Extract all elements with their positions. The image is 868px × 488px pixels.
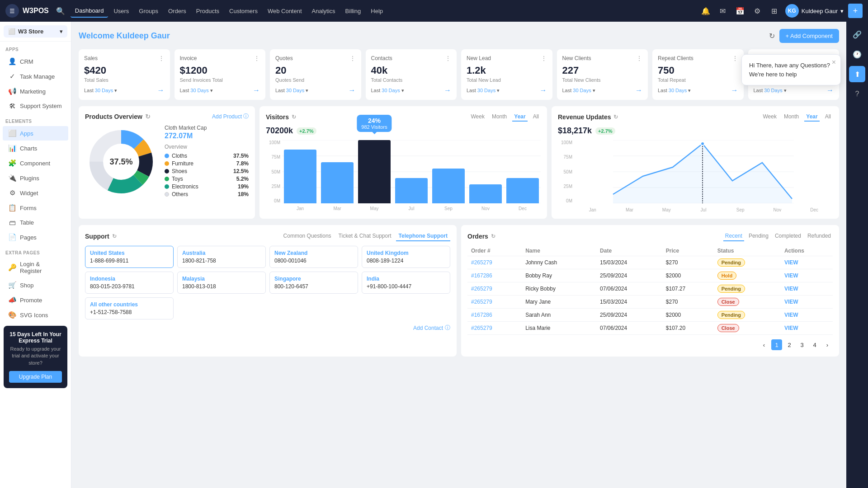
newclients-menu-icon[interactable]: ⋮: [636, 55, 642, 62]
page-4-button[interactable]: 4: [809, 339, 820, 350]
nav-users[interactable]: Users: [109, 5, 133, 17]
order-number-link[interactable]: #265279: [471, 259, 492, 266]
rs-help-icon[interactable]: ?: [849, 86, 865, 102]
page-2-button[interactable]: 2: [784, 339, 795, 350]
bar-jul[interactable]: [395, 178, 428, 203]
newlead-menu-icon[interactable]: ⋮: [541, 55, 547, 62]
view-order-button[interactable]: VIEW: [784, 299, 798, 305]
upgrade-plan-button[interactable]: Upgrade Plan: [9, 371, 62, 383]
settings-icon[interactable]: ⚙: [751, 5, 764, 17]
rs-clock-icon[interactable]: 🕐: [849, 46, 865, 62]
bar-mar[interactable]: [321, 162, 354, 203]
mail-icon[interactable]: ✉: [717, 5, 729, 17]
sidebar-item-crm[interactable]: 👤 CRM: [3, 54, 68, 69]
repeatclients-menu-icon[interactable]: ⋮: [732, 55, 738, 62]
bar-nov[interactable]: [469, 184, 502, 203]
sales-days[interactable]: 30 Days: [95, 88, 113, 93]
add-component-button[interactable]: + Add Component: [779, 29, 839, 43]
refresh-revenue-icon[interactable]: ↻: [613, 114, 618, 120]
nav-dashboard[interactable]: Dashboard: [71, 5, 108, 18]
order-number-link[interactable]: #265279: [471, 299, 492, 305]
bar-sep[interactable]: [432, 169, 465, 203]
support-us[interactable]: United States 1-888-699-8911: [85, 246, 174, 268]
add-contact-link[interactable]: Add Contact ⓘ: [85, 324, 450, 332]
menu-icon[interactable]: ☰: [5, 4, 19, 18]
contacts-arrow-icon[interactable]: →: [444, 86, 451, 94]
revenue-tab-year[interactable]: Year: [804, 113, 819, 122]
sidebar-item-forms[interactable]: 📋 Forms: [3, 201, 68, 215]
quotes-days[interactable]: 30 Days: [286, 88, 304, 93]
grid-icon[interactable]: ⊞: [768, 5, 781, 17]
support-nz[interactable]: New Zealand 0800-001046: [269, 246, 358, 268]
nav-orders[interactable]: Orders: [164, 5, 191, 17]
orders-tab-refunded[interactable]: Refunded: [806, 231, 833, 241]
page-1-button[interactable]: 1: [771, 339, 782, 350]
refresh-support-icon[interactable]: ↻: [112, 233, 117, 239]
nav-customers[interactable]: Customers: [225, 5, 262, 17]
sidebar-item-plugins[interactable]: 🔌 Plugins: [3, 171, 68, 185]
visitors-tab-month[interactable]: Month: [490, 113, 509, 122]
sidebar-item-charts[interactable]: 📊 Charts: [3, 141, 68, 155]
logo[interactable]: ☰ W3POS: [5, 4, 49, 18]
contacts-days[interactable]: 30 Days: [382, 88, 400, 93]
sidebar-item-login[interactable]: 🔑 Login & Register: [3, 258, 68, 277]
sales-menu-icon[interactable]: ⋮: [158, 55, 165, 62]
nav-groups[interactable]: Groups: [134, 5, 163, 17]
sidebar-item-marketing[interactable]: 📢 Marketing: [3, 84, 68, 99]
rs-link-icon[interactable]: 🔗: [849, 26, 865, 42]
support-tab-common[interactable]: Common Questions: [281, 231, 334, 241]
view-order-button[interactable]: VIEW: [784, 272, 798, 279]
support-other[interactable]: All other countries +1-512-758-7588: [85, 297, 174, 319]
support-id[interactable]: Indonesia 803-015-203-9781: [85, 272, 174, 294]
visitors-tab-all[interactable]: All: [531, 113, 541, 122]
orders-tab-recent[interactable]: Recent: [723, 231, 744, 241]
support-uk[interactable]: United Kingdom 0808-189-1224: [362, 246, 450, 268]
rs-upload-icon[interactable]: ⬆: [849, 66, 865, 82]
orders-tab-completed[interactable]: Completed: [773, 231, 803, 241]
view-order-button[interactable]: VIEW: [784, 312, 798, 318]
bar-dec[interactable]: [506, 178, 539, 203]
user-menu[interactable]: KG Kuldeep Gaur ▾: [785, 4, 844, 18]
quotes-menu-icon[interactable]: ⋮: [349, 55, 356, 62]
notification-icon[interactable]: 🔔: [699, 5, 712, 17]
newlead-days[interactable]: 30 Days: [477, 88, 495, 93]
support-my[interactable]: Malaysia 1800-813-018: [177, 272, 266, 294]
order-number-link[interactable]: #167286: [471, 312, 492, 318]
bar-may[interactable]: [358, 140, 391, 203]
add-product-link[interactable]: Add Product ⓘ: [212, 113, 249, 120]
repeatclients-days[interactable]: 30 Days: [669, 88, 687, 93]
order-number-link[interactable]: #167286: [471, 272, 492, 279]
sidebar-item-apps[interactable]: ⬜ Apps: [3, 126, 68, 141]
sidebar-item-promote[interactable]: 📣 Promote: [3, 293, 68, 307]
nav-billing[interactable]: Billing: [341, 5, 366, 17]
visitors-tab-year[interactable]: Year: [512, 113, 527, 122]
nav-webcontent[interactable]: Web Content: [263, 5, 307, 17]
newlead-arrow-icon[interactable]: →: [540, 86, 547, 94]
repeatclients-arrow-icon[interactable]: →: [731, 86, 738, 94]
invoice-arrow-icon[interactable]: →: [253, 86, 260, 94]
refresh-products-icon[interactable]: ↻: [145, 113, 151, 120]
sidebar-item-component[interactable]: 🧩 Component: [3, 156, 68, 170]
order-arrow-icon[interactable]: →: [826, 86, 834, 94]
add-icon[interactable]: +: [848, 4, 863, 18]
nav-analytics[interactable]: Analytics: [307, 5, 340, 17]
refresh-visitors-icon[interactable]: ↻: [292, 114, 296, 120]
view-order-button[interactable]: VIEW: [784, 259, 798, 266]
nav-help[interactable]: Help: [366, 5, 387, 17]
sidebar-item-support[interactable]: 🛠 Support System: [3, 99, 68, 113]
refresh-button[interactable]: ↻: [769, 32, 775, 40]
bar-jan[interactable]: [284, 150, 316, 203]
order-days[interactable]: 30 Days: [764, 88, 782, 93]
sidebar-item-svgicons[interactable]: 🎨 SVG Icons: [3, 308, 68, 322]
nav-products[interactable]: Products: [192, 5, 224, 17]
refresh-orders-icon[interactable]: ↻: [491, 233, 495, 239]
sales-arrow-icon[interactable]: →: [157, 86, 165, 94]
calendar-icon[interactable]: 📅: [734, 5, 746, 17]
support-tab-telephone[interactable]: Telephone Support: [396, 231, 450, 241]
view-order-button[interactable]: VIEW: [784, 325, 798, 331]
view-order-button[interactable]: VIEW: [784, 286, 798, 292]
sidebar-item-shop[interactable]: 🛒 Shop: [3, 278, 68, 292]
next-page-button[interactable]: ›: [822, 339, 833, 350]
sidebar-item-pages[interactable]: 📄 Pages: [3, 230, 68, 244]
order-number-link[interactable]: #265279: [471, 325, 492, 331]
